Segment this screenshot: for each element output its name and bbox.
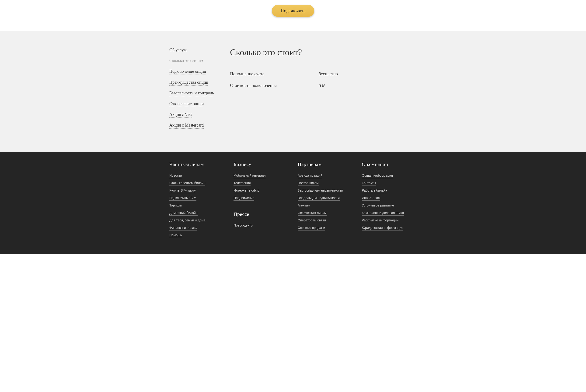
footer: Частным лицамНовостиСтать клиентом билай… [0, 152, 586, 254]
footer-link[interactable]: Агентам [298, 203, 310, 208]
footer-link[interactable]: Помощь [169, 233, 182, 238]
sidebar-item-0[interactable]: Об услуге [169, 47, 187, 53]
footer-link[interactable]: Финансы и оплата [169, 225, 197, 230]
price-value: бесплатно [319, 71, 338, 76]
price-value: 0 ₽ [319, 83, 325, 88]
footer-link[interactable]: Аренда позиций [298, 173, 322, 178]
top-section: Подключить [0, 0, 586, 31]
footer-link[interactable]: Общая информация [362, 173, 393, 178]
footer-link[interactable]: Тарифы [169, 203, 182, 208]
pricing-section: Об услугеСколько это стоит?Подключение о… [0, 31, 586, 152]
footer-link[interactable]: Работа в билайн [362, 188, 387, 193]
footer-link[interactable]: Домашний билайн [169, 210, 198, 216]
page-heading: Сколько это стоит? [230, 47, 417, 57]
footer-link[interactable]: Телефония [233, 180, 250, 186]
price-row: Стоимость подключения0 ₽ [230, 83, 417, 88]
footer-link[interactable]: Стать клиентом билайн [169, 180, 205, 186]
footer-link[interactable]: Комплаенс и деловая этика [362, 210, 404, 216]
footer-link[interactable]: Продвижение [233, 196, 254, 201]
footer-link[interactable]: Подключить eSIM [169, 196, 196, 201]
footer-heading: Партнерам [298, 161, 353, 167]
sidebar-item-3[interactable]: Преимущества опции [169, 80, 208, 86]
sidebar-item-2[interactable]: Подключение опции [169, 68, 206, 74]
footer-link[interactable]: Контакты [362, 180, 376, 186]
footer-link[interactable]: Инвесторам [362, 196, 380, 201]
price-label: Стоимость подключения [230, 83, 319, 88]
footer-link[interactable]: Пресс-центр [233, 223, 253, 228]
price-row: Пополнение счетабесплатно [230, 71, 417, 76]
sidebar-item-6[interactable]: Акция с Visa [169, 112, 192, 118]
sidebar-item-7[interactable]: Акция с Mastercard [169, 122, 204, 128]
footer-link[interactable]: Для тебя, семьи и дома [169, 218, 205, 223]
footer-link[interactable]: Оптовые продажи [298, 225, 325, 230]
footer-link[interactable]: Мобильный интернет [233, 173, 266, 178]
sidebar-nav: Об услугеСколько это стоит?Подключение о… [169, 47, 218, 133]
footer-column: Частным лицамНовостиСтать клиентом билай… [169, 161, 224, 240]
footer-subheading: Прессе [233, 211, 288, 217]
footer-heading: Частным лицам [169, 161, 224, 167]
footer-column: О компанииОбщая информацияКонтактыРабота… [362, 161, 417, 240]
footer-column: БизнесуМобильный интернетТелефонияИнтерн… [233, 161, 288, 240]
sidebar-item-1[interactable]: Сколько это стоит? [169, 58, 203, 64]
footer-link[interactable]: Устойчивое развитие [362, 203, 394, 208]
footer-link[interactable]: Поставщикам [298, 180, 319, 186]
footer-link[interactable]: Купить SIM-карту [169, 188, 196, 193]
footer-link[interactable]: Физическим лицам [298, 210, 327, 216]
footer-heading: О компании [362, 161, 417, 167]
sidebar-item-5[interactable]: Отключение опции [169, 101, 204, 107]
content-area: Сколько это стоит? Пополнение счетабеспл… [230, 47, 417, 133]
price-label: Пополнение счета [230, 71, 319, 76]
footer-link[interactable]: Интернет в офис [233, 188, 259, 193]
footer-link[interactable]: Раскрытие информации [362, 218, 398, 223]
footer-link[interactable]: Застройщикам недвижимости [298, 188, 343, 193]
footer-link[interactable]: Операторам связи [298, 218, 326, 223]
footer-link[interactable]: Владельцам недвижимости [298, 196, 340, 201]
sidebar-item-4[interactable]: Безопасность и контроль [169, 90, 214, 96]
footer-link[interactable]: Юридическая информация [362, 225, 403, 230]
footer-link[interactable]: Новости [169, 173, 182, 178]
connect-button[interactable]: Подключить [272, 5, 315, 17]
footer-column: ПартнерамАренда позицийПоставщикамЗастро… [298, 161, 353, 240]
footer-heading: Бизнесу [233, 161, 288, 167]
